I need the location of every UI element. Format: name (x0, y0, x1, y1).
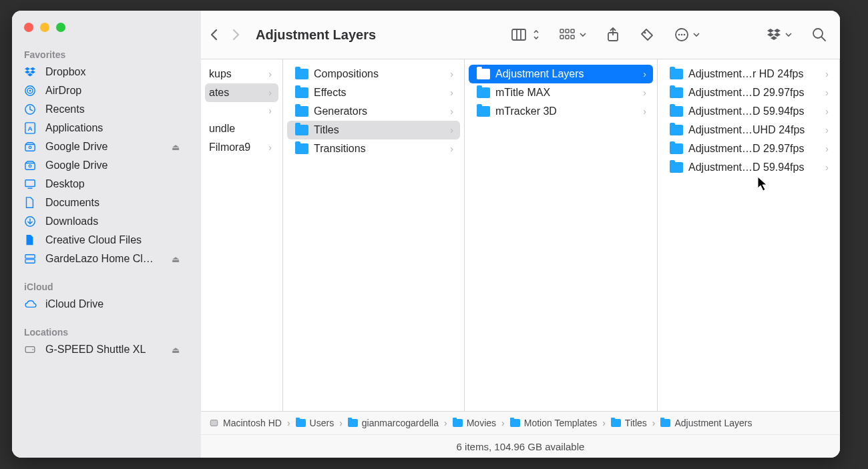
svg-point-12 (29, 146, 31, 149)
folder-entry[interactable]: mTitle MAX› (469, 83, 653, 102)
path-label: Adjustment Layers (674, 418, 752, 428)
folder-icon (295, 69, 308, 79)
chevron-right-icon: › (268, 142, 272, 153)
entry-label: Generators (314, 105, 367, 117)
sidebar-item[interactable]: Google Drive (12, 156, 201, 175)
svg-point-37 (681, 34, 683, 36)
actions-button[interactable] (674, 27, 700, 42)
path-segment[interactable]: Macintosh HD (209, 418, 282, 428)
svg-text:A: A (27, 125, 32, 132)
folder-entry[interactable]: Adjustment…D 59.94fps› (662, 158, 835, 177)
toolbar: Adjustment Layers (201, 11, 840, 59)
folder-entry[interactable]: mTracker 3D› (469, 102, 653, 121)
dropbox-icon (24, 67, 39, 77)
sidebar-item[interactable]: Documents (12, 193, 201, 212)
column-0[interactable]: kups›ates››undleFilmora9› (201, 59, 283, 411)
dropbox-button[interactable] (767, 28, 792, 41)
folder-entry[interactable]: Titles› (287, 121, 460, 139)
group-button[interactable] (560, 29, 586, 41)
entry-label: Effects (314, 87, 347, 99)
drive-icon (24, 346, 39, 354)
path-segment[interactable]: Users (296, 418, 335, 428)
folder-entry[interactable]: Transitions› (287, 139, 460, 158)
share-button[interactable] (606, 27, 620, 42)
path-segment[interactable]: Adjustment Layers (660, 418, 752, 428)
eject-icon[interactable]: ⏏ (172, 254, 189, 264)
eject-icon[interactable]: ⏏ (172, 345, 189, 355)
entry-label: Adjustment…D 59.94fps (688, 161, 804, 173)
entry-label: Compositions (314, 68, 379, 80)
column-3[interactable]: Adjustment…r HD 24fps›Adjustment…D 29.97… (658, 59, 840, 411)
entry-label: Adjustment…r HD 24fps (688, 68, 804, 80)
sidebar: Favorites DropboxAirDropRecentsAApplicat… (12, 11, 201, 458)
folder-entry[interactable]: Generators› (287, 102, 460, 121)
close-button[interactable] (24, 23, 33, 32)
svg-marker-39 (767, 29, 774, 33)
sidebar-item[interactable]: iCloud Drive (12, 295, 201, 314)
sidebar-item[interactable]: AirDrop (12, 81, 201, 100)
path-segment[interactable]: Motion Templates (510, 418, 597, 428)
chevron-right-icon: › (268, 87, 272, 98)
eject-icon[interactable]: ⏏ (172, 142, 189, 152)
minimize-button[interactable] (40, 23, 49, 32)
sidebar-item-label: Downloads (45, 215, 98, 227)
folder-entry[interactable]: Effects› (287, 83, 460, 102)
sidebar-item[interactable]: Dropbox (12, 63, 201, 81)
status-bar: 6 items, 104.96 GB available (201, 434, 840, 458)
folder-entry[interactable]: Compositions› (287, 65, 460, 83)
sidebar-item[interactable]: Google Drive⏏ (12, 137, 201, 156)
tags-button[interactable] (640, 27, 654, 42)
folder-entry[interactable]: Adjustment…D 29.97fps› (662, 83, 835, 102)
folder-entry[interactable]: kups› (205, 65, 278, 83)
window-controls (12, 23, 201, 32)
sidebar-item[interactable]: Desktop (12, 175, 201, 193)
svg-marker-3 (30, 71, 35, 74)
folder-entry[interactable]: Adjustment…D 59.94fps› (662, 102, 835, 121)
folder-entry[interactable]: Adjustment…r HD 24fps› (662, 65, 835, 83)
folder-icon (611, 419, 621, 427)
page-title: Adjustment Layers (256, 27, 376, 43)
entry-label: kups (209, 68, 232, 80)
folder-entry[interactable]: undle (205, 119, 278, 138)
chevron-right-icon: › (602, 418, 606, 428)
folder-icon (295, 87, 308, 98)
sidebar-item[interactable]: Downloads (12, 212, 201, 231)
path-label: Titles (625, 418, 647, 428)
svg-marker-2 (25, 71, 30, 74)
search-button[interactable] (812, 27, 827, 42)
chevron-right-icon: › (339, 418, 343, 428)
airdrop-icon (24, 85, 39, 97)
sidebar-item-label: Recents (45, 103, 85, 115)
folder-icon (295, 125, 308, 135)
svg-rect-46 (210, 420, 218, 426)
svg-rect-28 (571, 29, 574, 33)
back-button[interactable] (208, 28, 229, 41)
folder-entry[interactable]: Adjustment…D 29.97fps› (662, 139, 835, 158)
sidebar-item[interactable]: G-SPEED Shuttle XL⏏ (12, 340, 201, 359)
path-segment[interactable]: gianmarcogardella (348, 418, 439, 428)
fullscreen-button[interactable] (56, 23, 65, 32)
sidebar-item[interactable]: AApplications (12, 119, 201, 137)
folder-entry[interactable]: Filmora9› (205, 138, 278, 157)
path-bar[interactable]: Macintosh HD›Users›gianmarcogardella›Mov… (201, 411, 840, 434)
folder-icon (477, 69, 490, 79)
column-2[interactable]: Adjustment Layers›mTitle MAX›mTracker 3D… (465, 59, 658, 411)
path-segment[interactable]: Titles (611, 418, 647, 428)
sidebar-item[interactable]: GardeLazo Home Cl…⏏ (12, 250, 201, 268)
sidebar-item-label: Applications (45, 122, 103, 134)
view-mode-button[interactable] (511, 28, 539, 41)
svg-point-14 (29, 165, 31, 167)
sidebar-item-label: AirDrop (45, 85, 81, 97)
folder-entry[interactable]: ates› (205, 83, 278, 102)
folder-entry[interactable]: Adjustment Layers› (469, 65, 653, 83)
folder-icon (660, 419, 670, 427)
forward-button[interactable] (229, 28, 250, 41)
folder-icon (477, 106, 490, 117)
folder-entry[interactable]: › (205, 102, 278, 119)
svg-rect-15 (25, 180, 35, 187)
sidebar-item[interactable]: Creative Cloud Files (12, 231, 201, 250)
path-segment[interactable]: Movies (453, 418, 496, 428)
column-1[interactable]: Compositions›Effects›Generators›Titles›T… (283, 59, 465, 411)
sidebar-item[interactable]: Recents (12, 100, 201, 119)
folder-entry[interactable]: Adjustment…UHD 24fps› (662, 121, 835, 139)
